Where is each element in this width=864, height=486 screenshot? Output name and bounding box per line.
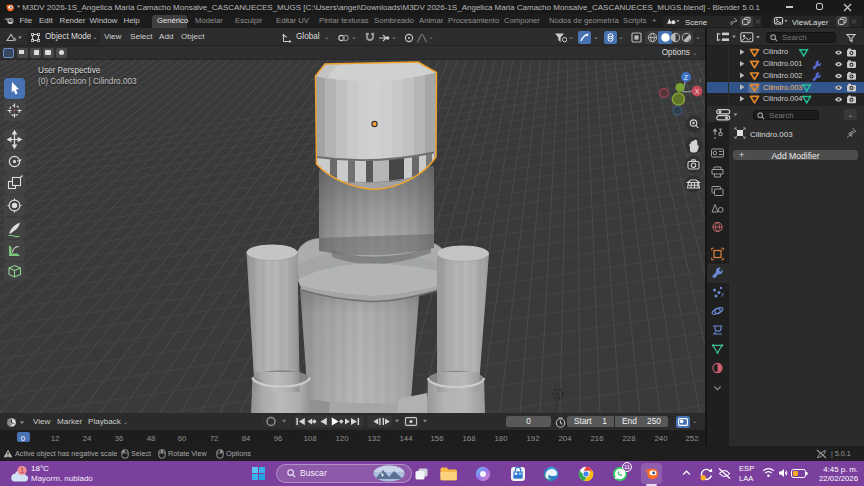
svg-text:X: X <box>695 88 700 95</box>
svg-text:1: 1 <box>20 466 24 475</box>
svg-text:Z: Z <box>684 74 689 81</box>
